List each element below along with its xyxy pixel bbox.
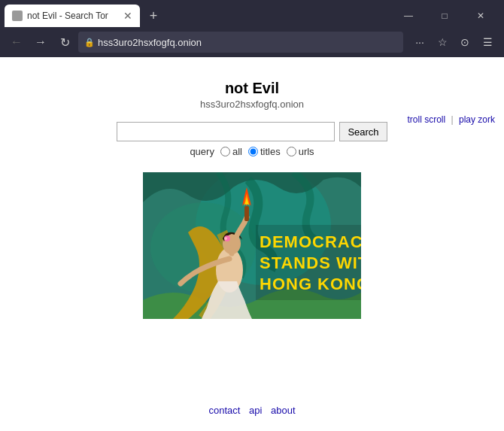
troll-scroll-link[interactable]: troll scroll	[407, 114, 445, 125]
poster-svg: DEMOCRACY STANDS WITH HONG KONG	[143, 172, 361, 319]
titles-filter-label[interactable]: titles	[248, 146, 281, 157]
tab-close-button[interactable]: ✕	[123, 11, 132, 21]
window-controls: — □ ✕	[391, 5, 499, 27]
all-filter-label[interactable]: all	[220, 146, 242, 157]
about-link[interactable]: about	[271, 405, 296, 416]
all-label: all	[232, 146, 242, 157]
link-separator: |	[451, 114, 454, 125]
all-radio[interactable]	[220, 147, 230, 156]
maximize-button[interactable]: □	[427, 5, 462, 27]
api-link[interactable]: api	[249, 405, 262, 416]
page-footer: contact api about	[0, 405, 504, 416]
menu-button[interactable]: ☰	[477, 32, 498, 53]
filter-row: query all titles urls	[190, 146, 314, 157]
toolbar-icons: ··· ☆ ⊙ ☰	[409, 32, 498, 53]
lock-icon: 🔒	[84, 38, 95, 47]
refresh-button[interactable]: ↻	[54, 32, 75, 53]
urls-radio[interactable]	[287, 147, 296, 156]
search-area: Search	[117, 122, 387, 141]
search-button[interactable]: Search	[339, 122, 387, 141]
browser-chrome: not Evil - Search Tor ✕ + — □ ✕ ← → ↻ 🔒 …	[0, 0, 504, 57]
address-text: hss3uro2hsxfogfq.onion	[98, 37, 397, 48]
close-button[interactable]: ✕	[463, 5, 498, 27]
query-label: query	[190, 146, 214, 157]
urls-filter-label[interactable]: urls	[287, 146, 314, 157]
svg-text:DEMOCRACY: DEMOCRACY	[260, 232, 361, 251]
play-zork-link[interactable]: play zork	[459, 114, 495, 125]
svg-text:HONG KONG: HONG KONG	[260, 275, 361, 293]
titles-label: titles	[260, 146, 281, 157]
svg-text:STANDS WITH: STANDS WITH	[260, 253, 361, 272]
address-bar-input[interactable]: 🔒 hss3uro2hsxfogfq.onion	[78, 32, 403, 53]
reader-button[interactable]: ⊙	[454, 32, 475, 53]
address-bar: ← → ↻ 🔒 hss3uro2hsxfogfq.onion ··· ☆ ⊙ ☰	[0, 27, 504, 57]
tab-title: not Evil - Search Tor	[27, 11, 119, 21]
top-links: troll scroll | play zork	[407, 114, 495, 125]
svg-point-7	[224, 237, 227, 240]
poster-image: DEMOCRACY STANDS WITH HONG KONG	[143, 172, 361, 319]
search-input[interactable]	[117, 122, 335, 141]
tab-bar: not Evil - Search Tor ✕ + — □ ✕	[0, 0, 504, 27]
minimize-button[interactable]: —	[391, 5, 426, 27]
back-button[interactable]: ←	[6, 32, 27, 53]
new-tab-button[interactable]: +	[143, 5, 164, 26]
svg-rect-5	[244, 206, 249, 221]
favorites-button[interactable]: ☆	[432, 32, 453, 53]
active-tab[interactable]: not Evil - Search Tor ✕	[5, 5, 140, 27]
titles-radio[interactable]	[248, 147, 258, 156]
site-url: hss3uro2hsxfogfq.onion	[200, 99, 304, 110]
more-button[interactable]: ···	[409, 32, 430, 53]
contact-link[interactable]: contact	[208, 405, 240, 416]
site-title: not Evil	[225, 80, 279, 97]
page-content: troll scroll | play zork not Evil hss3ur…	[0, 57, 504, 431]
tab-favicon	[12, 11, 23, 21]
forward-button[interactable]: →	[30, 32, 51, 53]
urls-label: urls	[299, 146, 314, 157]
